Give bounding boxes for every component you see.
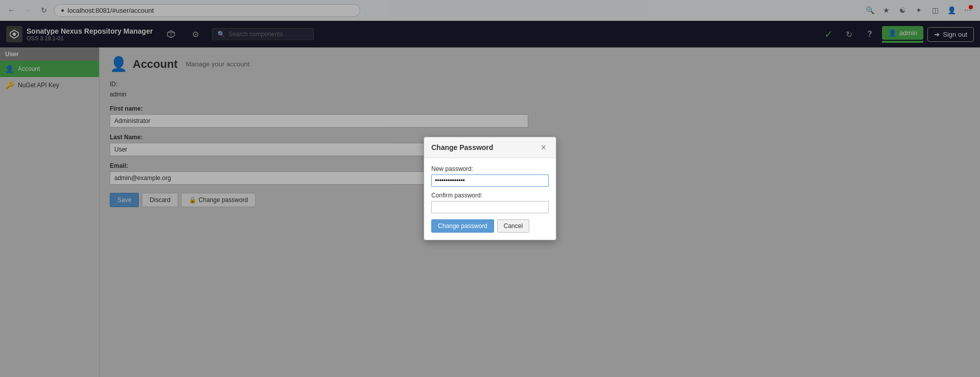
dialog-body: New password: Confirm password: Change p… bbox=[424, 158, 556, 240]
dialog-close-button[interactable]: ✕ bbox=[538, 142, 549, 153]
dialog-change-password-button[interactable]: Change password bbox=[431, 219, 494, 233]
modal-overlay: Change Password ✕ New password: Confirm … bbox=[0, 0, 980, 377]
confirm-password-label: Confirm password: bbox=[431, 192, 549, 199]
dialog-actions: Change password Cancel bbox=[431, 219, 549, 233]
dialog-cancel-button[interactable]: Cancel bbox=[497, 219, 529, 233]
new-password-field: New password: bbox=[431, 165, 549, 187]
dialog-header: Change Password ✕ bbox=[424, 137, 556, 158]
confirm-password-field: Confirm password: bbox=[431, 192, 549, 213]
dialog-title: Change Password bbox=[431, 143, 493, 152]
change-password-dialog: Change Password ✕ New password: Confirm … bbox=[424, 137, 556, 240]
confirm-password-input[interactable] bbox=[431, 201, 549, 213]
new-password-label: New password: bbox=[431, 165, 549, 172]
new-password-input[interactable] bbox=[431, 174, 549, 187]
